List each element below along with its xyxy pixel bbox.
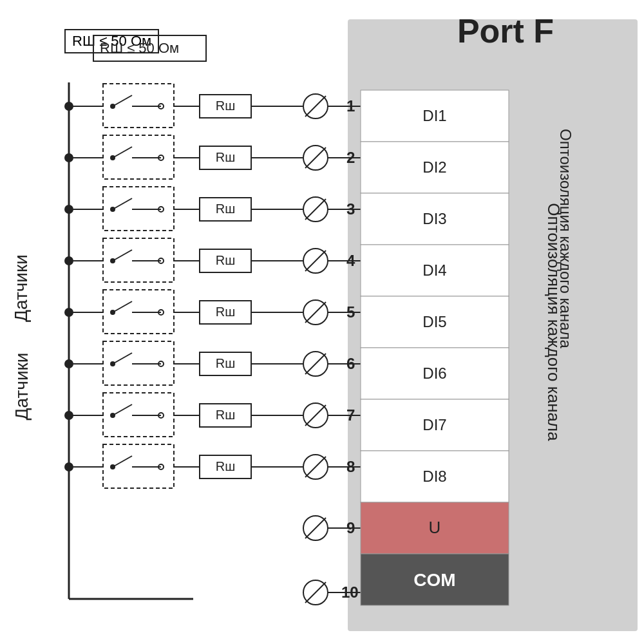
- svg-point-28: [64, 205, 73, 214]
- svg-point-86: [158, 413, 164, 418]
- svg-text:Rш: Rш: [216, 253, 236, 267]
- svg-point-73: [158, 361, 164, 366]
- svg-text:Rш: Rш: [216, 408, 236, 422]
- svg-point-67: [64, 359, 73, 368]
- port-panel: [348, 19, 638, 631]
- svg-point-85: [110, 413, 115, 418]
- opto-label: Оптоизоляция каждого канала: [544, 129, 564, 515]
- svg-line-26: [305, 147, 326, 168]
- svg-point-103: [303, 455, 328, 479]
- svg-line-31: [113, 198, 132, 209]
- svg-line-65: [305, 302, 326, 323]
- svg-point-46: [110, 258, 115, 263]
- svg-rect-82: [103, 393, 174, 437]
- svg-rect-95: [103, 444, 174, 488]
- svg-text:Rш: Rш: [216, 99, 236, 113]
- sensor-label: Датчики: [12, 353, 32, 421]
- svg-point-90: [303, 403, 328, 428]
- svg-point-64: [303, 300, 328, 325]
- svg-text:Датчики: Датчики: [11, 254, 31, 322]
- svg-line-108: [305, 518, 326, 538]
- svg-point-25: [303, 146, 328, 170]
- svg-point-54: [64, 308, 73, 317]
- svg-point-51: [303, 249, 328, 273]
- svg-line-83: [113, 404, 132, 415]
- svg-point-2: [64, 102, 73, 111]
- svg-rect-88: [200, 404, 251, 427]
- svg-text:Rш: Rш: [216, 459, 236, 473]
- svg-rect-101: [200, 455, 251, 478]
- rsh-limit-box: RШ ≤ 50 Ом: [64, 29, 159, 53]
- svg-rect-75: [200, 352, 251, 375]
- svg-line-78: [305, 354, 326, 374]
- svg-point-59: [110, 310, 115, 315]
- svg-line-70: [113, 353, 132, 364]
- svg-line-52: [305, 251, 326, 271]
- svg-line-39: [305, 199, 326, 220]
- svg-point-60: [158, 310, 164, 315]
- svg-line-91: [305, 405, 326, 426]
- svg-line-96: [113, 456, 132, 467]
- svg-point-8: [158, 104, 164, 109]
- svg-point-77: [303, 352, 328, 376]
- svg-rect-4: [103, 84, 174, 128]
- svg-rect-62: [200, 301, 251, 324]
- svg-point-99: [158, 464, 164, 469]
- svg-text:Rш: Rш: [216, 150, 236, 164]
- svg-point-7: [110, 104, 115, 109]
- svg-line-5: [113, 95, 132, 106]
- svg-point-34: [158, 207, 164, 212]
- svg-line-18: [113, 147, 132, 158]
- svg-text:Rш: Rш: [216, 356, 236, 370]
- svg-point-33: [110, 207, 115, 212]
- svg-point-98: [110, 464, 115, 469]
- svg-rect-36: [200, 198, 251, 221]
- svg-rect-23: [200, 146, 251, 169]
- svg-point-38: [303, 197, 328, 222]
- svg-point-47: [158, 258, 164, 263]
- svg-point-15: [64, 153, 73, 162]
- svg-line-111: [305, 582, 326, 603]
- svg-line-13: [305, 96, 326, 117]
- svg-rect-30: [103, 187, 174, 231]
- svg-point-80: [64, 411, 73, 420]
- svg-line-104: [305, 457, 326, 477]
- svg-line-57: [113, 301, 132, 312]
- svg-rect-10: [200, 95, 251, 118]
- svg-rect-56: [103, 290, 174, 334]
- svg-text:Rш: Rш: [216, 305, 236, 319]
- diagram-container: Port F Оптоизоляция каждого канала Датчи…: [0, 0, 644, 644]
- svg-point-93: [64, 462, 73, 471]
- svg-rect-17: [103, 135, 174, 179]
- svg-point-72: [110, 361, 115, 366]
- svg-rect-69: [103, 341, 174, 385]
- svg-point-21: [158, 155, 164, 160]
- svg-rect-49: [200, 249, 251, 272]
- svg-line-44: [113, 250, 132, 261]
- svg-point-110: [303, 580, 328, 605]
- svg-point-107: [303, 516, 328, 540]
- svg-point-41: [64, 256, 73, 265]
- svg-rect-43: [103, 238, 174, 282]
- svg-point-20: [110, 155, 115, 160]
- svg-point-12: [303, 94, 328, 118]
- port-title: Port F: [386, 12, 625, 50]
- svg-text:Rш: Rш: [216, 202, 236, 216]
